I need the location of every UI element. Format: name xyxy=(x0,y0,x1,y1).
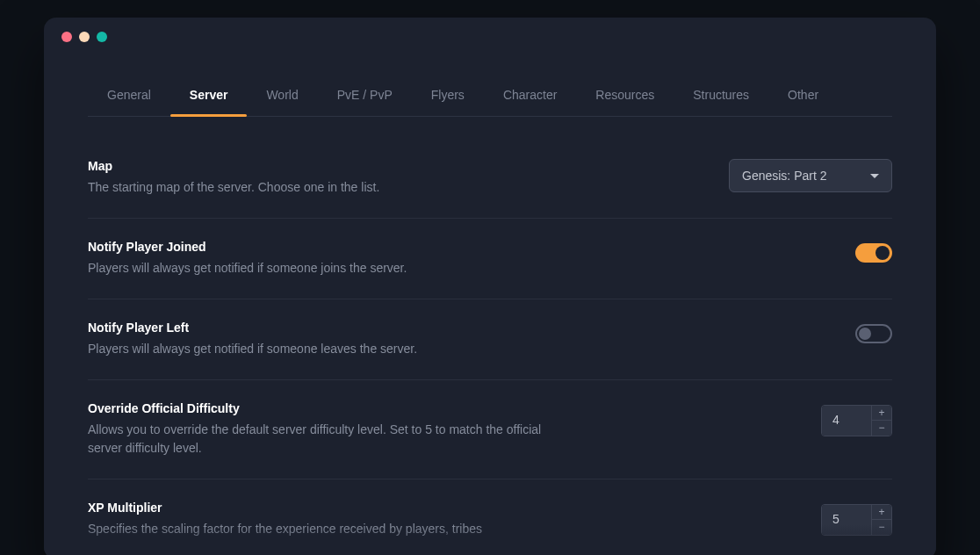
setting-title: Notify Player Joined xyxy=(88,240,407,254)
setting-xp-multiplier: XP Multiplier Specifies the scaling fact… xyxy=(88,479,892,555)
map-select-value: Genesis: Part 2 xyxy=(742,169,827,183)
tab-other[interactable]: Other xyxy=(768,77,838,116)
tab-flyers[interactable]: Flyers xyxy=(412,77,484,116)
close-window-button[interactable] xyxy=(61,32,72,42)
setting-description: The starting map of the server. Choose o… xyxy=(88,178,379,197)
difficulty-stepper: 4 + − xyxy=(821,405,892,436)
tab-structures[interactable]: Structures xyxy=(674,77,768,116)
setting-description: Allows you to override the default serve… xyxy=(88,421,562,458)
toggle-knob xyxy=(859,328,871,340)
notify-left-toggle[interactable] xyxy=(855,324,892,343)
tab-world[interactable]: World xyxy=(247,77,317,116)
chevron-down-icon xyxy=(870,174,879,178)
tab-character[interactable]: Character xyxy=(484,77,576,116)
tab-general[interactable]: General xyxy=(88,77,170,116)
content-area: General Server World PvE / PvP Flyers Ch… xyxy=(44,42,936,555)
setting-notify-joined: Notify Player Joined Players will always… xyxy=(88,219,892,299)
difficulty-value[interactable]: 4 xyxy=(822,406,871,436)
tabs-bar: General Server World PvE / PvP Flyers Ch… xyxy=(88,77,892,117)
xp-decrement[interactable]: − xyxy=(872,520,891,535)
setting-description: Players will always get notified if some… xyxy=(88,259,407,278)
xp-stepper: 5 + − xyxy=(821,504,892,536)
setting-title: Override Official Difficulty xyxy=(88,401,562,415)
settings-list: Map The starting map of the server. Choo… xyxy=(88,117,892,555)
map-select[interactable]: Genesis: Part 2 xyxy=(729,159,892,192)
setting-title: Map xyxy=(88,159,379,173)
setting-description: Specifies the scaling factor for the exp… xyxy=(88,520,482,538)
tab-pve-pvp[interactable]: PvE / PvP xyxy=(318,77,412,116)
xp-value[interactable]: 5 xyxy=(822,505,871,535)
setting-map: Map The starting map of the server. Choo… xyxy=(88,138,892,219)
titlebar xyxy=(44,18,936,42)
setting-notify-left: Notify Player Left Players will always g… xyxy=(88,299,892,380)
xp-increment[interactable]: + xyxy=(872,505,891,520)
setting-title: XP Multiplier xyxy=(88,501,482,515)
notify-joined-toggle[interactable] xyxy=(855,243,892,263)
toggle-knob xyxy=(876,246,890,260)
tab-resources[interactable]: Resources xyxy=(576,77,674,116)
app-window: General Server World PvE / PvP Flyers Ch… xyxy=(44,18,936,555)
minimize-window-button[interactable] xyxy=(79,32,90,42)
tab-server[interactable]: Server xyxy=(170,77,248,116)
maximize-window-button[interactable] xyxy=(97,32,107,42)
setting-title: Notify Player Left xyxy=(88,321,417,335)
setting-description: Players will always get notified if some… xyxy=(88,340,417,358)
difficulty-increment[interactable]: + xyxy=(872,406,891,421)
setting-override-difficulty: Override Official Difficulty Allows you … xyxy=(88,380,892,479)
difficulty-decrement[interactable]: − xyxy=(872,421,891,436)
